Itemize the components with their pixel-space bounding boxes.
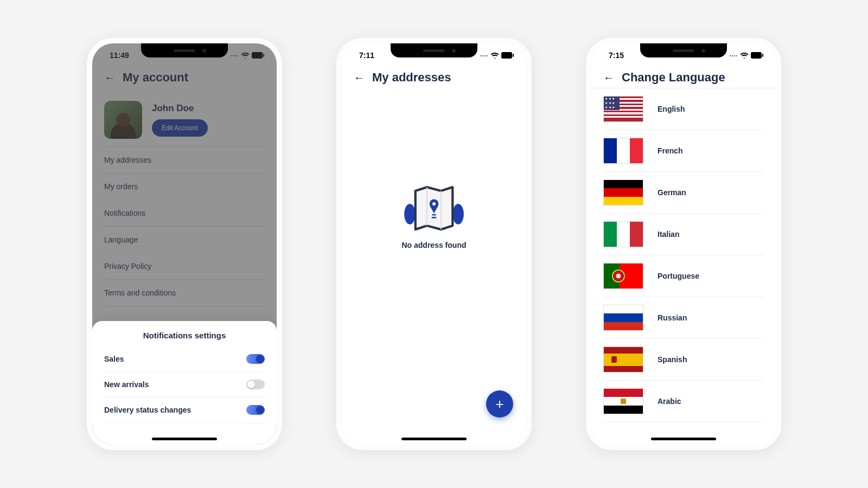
language-item[interactable]: German [603,172,764,214]
toggle-switch[interactable] [246,405,265,415]
empty-state-text: No address found [401,241,466,249]
wifi-icon [740,52,749,59]
language-item[interactable]: Arabic [603,381,764,422]
phone-change-language: 7:15 •••• ← Change Language EnglishFrenc… [586,38,781,450]
de-flag-icon [603,179,643,206]
eg-flag-icon [603,388,643,414]
home-indicator[interactable] [651,438,716,440]
status-icons: •••• [730,52,764,59]
plus-icon: + [495,396,503,413]
pt-flag-icon [603,263,643,289]
language-label: Italian [658,230,679,239]
svg-point-4 [404,204,416,224]
page-header: ← Change Language [591,62,776,88]
toggle-label: Delivery status changes [104,406,191,414]
language-label: Arabic [658,397,681,406]
battery-icon [501,52,514,59]
language-item[interactable]: Russian [603,297,764,339]
toggle-row: New arrivals [104,372,265,397]
language-label: English [658,105,685,113]
notifications-sheet: Notifications settings SalesNew arrivals… [92,321,277,445]
empty-state: No address found [342,90,526,339]
status-icons: •••• [480,52,514,59]
svg-rect-13 [762,54,763,57]
home-indicator[interactable] [401,438,467,440]
status-time: 7:11 [359,51,374,60]
svg-rect-12 [751,52,762,59]
wifi-icon [490,52,499,59]
language-list: EnglishFrenchGermanItalianPortugueseRuss… [591,88,776,422]
language-item[interactable]: English [603,88,764,130]
svg-rect-2 [501,52,512,59]
language-label: French [658,146,683,155]
svg-point-9 [432,202,436,206]
back-icon[interactable]: ← [354,72,365,84]
language-item[interactable]: French [603,130,764,172]
svg-rect-3 [513,54,514,57]
map-illustration-icon [401,180,467,234]
battery-icon [751,52,764,59]
fr-flag-icon [603,138,643,164]
language-item[interactable]: Spanish [603,339,764,381]
language-label: German [658,188,686,197]
notch [640,43,727,57]
toggle-label: New arrivals [104,380,149,389]
es-flag-icon [603,346,643,373]
ru-flag-icon [603,305,643,331]
toggle-row: Delivery status changes [104,397,265,423]
toggle-row: Sales [104,346,265,372]
language-item[interactable]: Portuguese [603,255,764,297]
signal-icon: •••• [480,53,488,58]
phone-my-account: 11:49 •••• ← My account John Doe Edit Ac… [87,38,282,450]
page-title: Change Language [622,70,725,85]
phone-my-addresses: 7:11 •••• ← My addresses No address foun… [336,38,532,450]
language-label: Russian [658,313,687,322]
add-address-button[interactable]: + [486,390,513,418]
language-label: Portuguese [658,272,699,280]
svg-rect-10 [432,214,436,216]
signal-icon: •••• [730,53,738,58]
svg-point-5 [452,204,464,224]
sheet-title: Notifications settings [104,331,265,340]
language-label: Spanish [658,355,687,364]
svg-rect-11 [432,217,437,219]
page-header: ← My addresses [342,62,526,90]
toggle-switch[interactable] [246,380,265,389]
it-flag-icon [603,221,643,247]
toggle-label: Sales [104,355,124,363]
status-time: 7:15 [609,51,624,60]
home-indicator[interactable] [152,438,217,440]
us-flag-icon [603,96,643,122]
back-icon[interactable]: ← [603,72,614,84]
language-item[interactable]: Italian [603,214,764,255]
page-title: My addresses [372,70,451,85]
notch [391,43,477,57]
toggle-switch[interactable] [246,354,265,364]
notch [141,43,228,57]
